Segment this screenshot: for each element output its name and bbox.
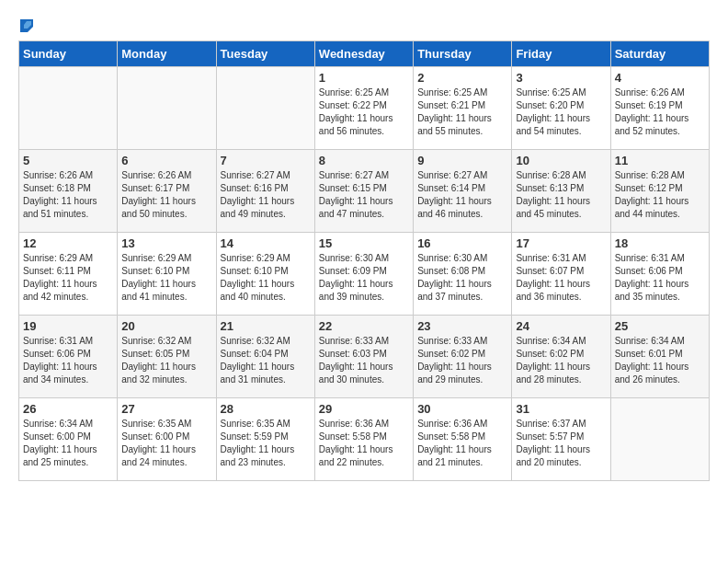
day-info: Sunrise: 6:27 AM Sunset: 6:14 PM Dayligh… (417, 169, 507, 221)
day-number: 17 (516, 236, 606, 250)
day-info: Sunrise: 6:32 AM Sunset: 6:05 PM Dayligh… (121, 335, 211, 386)
calendar-cell (118, 67, 216, 150)
calendar-cell: 31Sunrise: 6:37 AM Sunset: 5:57 PM Dayli… (512, 398, 610, 481)
day-header-thursday: Thursday (414, 41, 512, 67)
day-header-sunday: Sunday (19, 41, 118, 67)
calendar-cell (216, 67, 314, 150)
day-number: 25 (615, 319, 705, 333)
calendar-cell: 6Sunrise: 6:26 AM Sunset: 6:17 PM Daylig… (118, 150, 216, 233)
day-header-monday: Monday (118, 41, 216, 67)
calendar-cell: 26Sunrise: 6:34 AM Sunset: 6:00 PM Dayli… (19, 398, 118, 481)
day-number: 26 (23, 402, 113, 416)
day-info: Sunrise: 6:25 AM Sunset: 6:20 PM Dayligh… (516, 86, 606, 138)
day-info: Sunrise: 6:25 AM Sunset: 6:22 PM Dayligh… (319, 86, 409, 138)
day-info: Sunrise: 6:26 AM Sunset: 6:18 PM Dayligh… (23, 169, 113, 221)
calendar-cell: 21Sunrise: 6:32 AM Sunset: 6:04 PM Dayli… (216, 316, 314, 398)
calendar-cell: 13Sunrise: 6:29 AM Sunset: 6:10 PM Dayli… (118, 233, 216, 316)
day-number: 21 (221, 319, 311, 333)
day-number: 30 (417, 402, 507, 416)
calendar-cell: 20Sunrise: 6:32 AM Sunset: 6:05 PM Dayli… (118, 316, 216, 398)
day-info: Sunrise: 6:31 AM Sunset: 6:07 PM Dayligh… (516, 252, 606, 304)
calendar-header-row: SundayMondayTuesdayWednesdayThursdayFrid… (19, 41, 710, 67)
day-header-wednesday: Wednesday (314, 41, 413, 67)
calendar-cell: 23Sunrise: 6:33 AM Sunset: 6:02 PM Dayli… (414, 316, 512, 398)
calendar-cell: 4Sunrise: 6:26 AM Sunset: 6:19 PM Daylig… (610, 67, 709, 150)
calendar-cell: 29Sunrise: 6:36 AM Sunset: 5:58 PM Dayli… (314, 398, 413, 481)
day-number: 28 (221, 402, 311, 416)
logo (18, 18, 33, 31)
day-number: 27 (121, 402, 211, 416)
calendar-cell: 2Sunrise: 6:25 AM Sunset: 6:21 PM Daylig… (414, 67, 512, 150)
day-info: Sunrise: 6:33 AM Sunset: 6:03 PM Dayligh… (319, 335, 409, 386)
day-info: Sunrise: 6:26 AM Sunset: 6:17 PM Dayligh… (121, 169, 211, 221)
day-info: Sunrise: 6:36 AM Sunset: 5:58 PM Dayligh… (319, 418, 409, 469)
calendar-cell: 28Sunrise: 6:35 AM Sunset: 5:59 PM Dayli… (216, 398, 314, 481)
day-number: 23 (417, 319, 507, 333)
day-number: 10 (516, 154, 606, 167)
day-info: Sunrise: 6:35 AM Sunset: 6:00 PM Dayligh… (121, 418, 211, 469)
day-info: Sunrise: 6:29 AM Sunset: 6:10 PM Dayligh… (121, 252, 211, 304)
day-info: Sunrise: 6:27 AM Sunset: 6:15 PM Dayligh… (319, 169, 409, 221)
calendar-cell: 16Sunrise: 6:30 AM Sunset: 6:08 PM Dayli… (414, 233, 512, 316)
day-number: 2 (417, 71, 507, 85)
day-number: 14 (221, 236, 311, 250)
day-number: 19 (23, 319, 113, 333)
day-info: Sunrise: 6:34 AM Sunset: 6:01 PM Dayligh… (615, 335, 705, 386)
day-number: 18 (615, 236, 705, 250)
logo-icon (20, 19, 33, 32)
day-number: 5 (23, 154, 113, 167)
calendar-cell (610, 398, 709, 481)
day-info: Sunrise: 6:32 AM Sunset: 6:04 PM Dayligh… (221, 335, 311, 386)
calendar-cell: 25Sunrise: 6:34 AM Sunset: 6:01 PM Dayli… (610, 316, 709, 398)
day-number: 31 (516, 402, 606, 416)
calendar-cell: 15Sunrise: 6:30 AM Sunset: 6:09 PM Dayli… (314, 233, 413, 316)
day-info: Sunrise: 6:28 AM Sunset: 6:12 PM Dayligh… (615, 169, 705, 221)
calendar-cell: 17Sunrise: 6:31 AM Sunset: 6:07 PM Dayli… (512, 233, 610, 316)
calendar-cell: 27Sunrise: 6:35 AM Sunset: 6:00 PM Dayli… (118, 398, 216, 481)
calendar-cell: 9Sunrise: 6:27 AM Sunset: 6:14 PM Daylig… (414, 150, 512, 233)
day-info: Sunrise: 6:30 AM Sunset: 6:09 PM Dayligh… (319, 252, 409, 304)
calendar-week-row: 1Sunrise: 6:25 AM Sunset: 6:22 PM Daylig… (19, 67, 710, 150)
day-info: Sunrise: 6:29 AM Sunset: 6:11 PM Dayligh… (23, 252, 113, 304)
calendar-cell: 1Sunrise: 6:25 AM Sunset: 6:22 PM Daylig… (314, 67, 413, 150)
calendar-cell: 10Sunrise: 6:28 AM Sunset: 6:13 PM Dayli… (512, 150, 610, 233)
day-info: Sunrise: 6:36 AM Sunset: 5:58 PM Dayligh… (417, 418, 507, 469)
day-info: Sunrise: 6:26 AM Sunset: 6:19 PM Dayligh… (615, 86, 705, 138)
day-number: 20 (121, 319, 211, 333)
day-info: Sunrise: 6:31 AM Sunset: 6:06 PM Dayligh… (23, 335, 113, 386)
day-number: 12 (23, 236, 113, 250)
day-info: Sunrise: 6:25 AM Sunset: 6:21 PM Dayligh… (417, 86, 507, 138)
calendar-cell: 11Sunrise: 6:28 AM Sunset: 6:12 PM Dayli… (610, 150, 709, 233)
day-header-friday: Friday (512, 41, 610, 67)
header (18, 18, 710, 31)
day-info: Sunrise: 6:34 AM Sunset: 6:02 PM Dayligh… (516, 335, 606, 386)
day-number: 22 (319, 319, 409, 333)
day-info: Sunrise: 6:29 AM Sunset: 6:10 PM Dayligh… (221, 252, 311, 304)
day-number: 24 (516, 319, 606, 333)
day-number: 7 (221, 154, 311, 167)
day-info: Sunrise: 6:28 AM Sunset: 6:13 PM Dayligh… (516, 169, 606, 221)
day-info: Sunrise: 6:27 AM Sunset: 6:16 PM Dayligh… (221, 169, 311, 221)
calendar-cell: 24Sunrise: 6:34 AM Sunset: 6:02 PM Dayli… (512, 316, 610, 398)
day-info: Sunrise: 6:31 AM Sunset: 6:06 PM Dayligh… (615, 252, 705, 304)
day-number: 6 (121, 154, 211, 167)
day-number: 16 (417, 236, 507, 250)
calendar: SundayMondayTuesdayWednesdayThursdayFrid… (18, 40, 710, 481)
day-number: 3 (516, 71, 606, 85)
day-info: Sunrise: 6:37 AM Sunset: 5:57 PM Dayligh… (516, 418, 606, 469)
calendar-cell: 22Sunrise: 6:33 AM Sunset: 6:03 PM Dayli… (314, 316, 413, 398)
day-header-saturday: Saturday (610, 41, 709, 67)
calendar-week-row: 26Sunrise: 6:34 AM Sunset: 6:00 PM Dayli… (19, 398, 710, 481)
day-number: 8 (319, 154, 409, 167)
calendar-cell: 8Sunrise: 6:27 AM Sunset: 6:15 PM Daylig… (314, 150, 413, 233)
calendar-week-row: 12Sunrise: 6:29 AM Sunset: 6:11 PM Dayli… (19, 233, 710, 316)
day-number: 29 (319, 402, 409, 416)
calendar-cell: 5Sunrise: 6:26 AM Sunset: 6:18 PM Daylig… (19, 150, 118, 233)
calendar-cell (19, 67, 118, 150)
calendar-cell: 18Sunrise: 6:31 AM Sunset: 6:06 PM Dayli… (610, 233, 709, 316)
day-info: Sunrise: 6:33 AM Sunset: 6:02 PM Dayligh… (417, 335, 507, 386)
day-number: 13 (121, 236, 211, 250)
day-number: 15 (319, 236, 409, 250)
day-info: Sunrise: 6:35 AM Sunset: 5:59 PM Dayligh… (221, 418, 311, 469)
calendar-cell: 30Sunrise: 6:36 AM Sunset: 5:58 PM Dayli… (414, 398, 512, 481)
